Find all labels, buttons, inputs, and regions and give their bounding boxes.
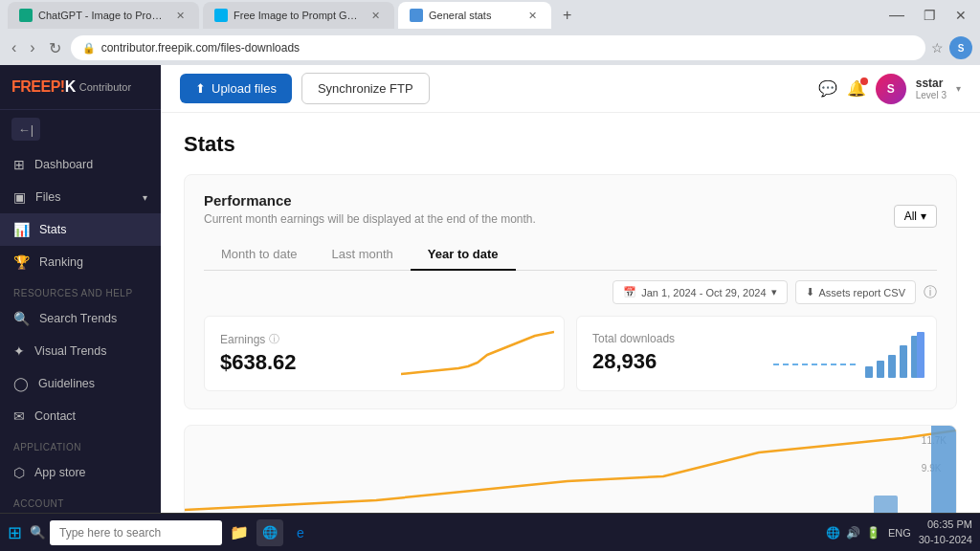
performance-sub: Current month earnings will be displayed… (204, 212, 536, 226)
sidebar-item-files[interactable]: ▣ Files ▾ (0, 181, 161, 213)
notifications-button[interactable]: 🔔 (847, 79, 866, 98)
tab-3[interactable]: General stats ✕ (398, 2, 551, 29)
tab-1[interactable]: ChatGPT - Image to Prompt Co... ✕ (8, 2, 199, 29)
back-button[interactable]: ‹ (8, 37, 20, 58)
address-bar[interactable]: 🔒 contributor.freepik.com/files-download… (71, 35, 925, 60)
taskbar-search-input[interactable] (50, 520, 222, 545)
window-controls: — ❐ ✕ (883, 7, 972, 24)
minimize-button[interactable]: — (883, 7, 910, 24)
performance-section: Performance Current month earnings will … (184, 174, 957, 409)
sidebar-collapse-button[interactable]: ←| (11, 118, 40, 141)
tab-month-to-date[interactable]: Month to date (204, 239, 315, 271)
address-bar-row: ‹ › ↻ 🔒 contributor.freepik.com/files-do… (0, 31, 980, 65)
sidebar-item-dashboard[interactable]: ⊞ Dashboard (0, 148, 161, 181)
browser-profile-icon[interactable]: S (949, 36, 972, 59)
files-arrow-icon: ▾ (143, 192, 147, 203)
user-level: Level 3 (916, 90, 947, 100)
address-text: contributor.freepik.com/files-downloads (101, 41, 914, 55)
contact-icon: ✉ (13, 408, 25, 424)
tab-last-month[interactable]: Last month (315, 239, 411, 271)
battery-icon: 🔋 (866, 526, 880, 540)
title-bar: ChatGPT - Image to Prompt Co... ✕ Free I… (0, 0, 980, 31)
tab-3-close[interactable]: ✕ (524, 10, 540, 22)
clock-time: 06:35 PM (919, 518, 972, 532)
calendar-icon: 📅 (623, 286, 636, 298)
csv-label: Assets report CSV (819, 287, 905, 298)
tab-2-close[interactable]: ✕ (368, 10, 383, 22)
synchronize-ftp-button[interactable]: Synchronize FTP (301, 73, 430, 104)
earnings-info-icon[interactable]: ⓘ (269, 332, 279, 346)
downloads-card: Total downloads 28,936 (576, 316, 937, 391)
downloads-chart-svg (773, 326, 926, 384)
sidebar-nav: ⊞ Dashboard ▣ Files ▾ 📊 Stats 🏆 Ranking … (0, 148, 161, 513)
sidebar-label-files: Files (35, 190, 60, 204)
sidebar-item-ranking[interactable]: 🏆 Ranking (0, 246, 161, 278)
visual-trends-icon: ✦ (13, 343, 25, 359)
sidebar-label-ranking: Ranking (39, 255, 83, 269)
stats-cards: Earnings ⓘ $638.62 Total do (204, 316, 937, 391)
info-button[interactable]: ⓘ (924, 280, 937, 304)
date-range-button[interactable]: 📅 Jan 1, 2024 - Oct 29, 2024 ▾ (612, 280, 787, 304)
logo-text: FREEP!K (11, 78, 76, 96)
browser-chrome: ChatGPT - Image to Prompt Co... ✕ Free I… (0, 0, 980, 65)
section-account: ACCOUNT (0, 489, 161, 513)
volume-icon: 🔊 (846, 526, 860, 540)
stats-icon: 📊 (13, 222, 30, 237)
avatar: S (876, 74, 906, 104)
system-icons: 🌐 🔊 🔋 (826, 526, 880, 540)
svg-rect-8 (874, 496, 898, 513)
sidebar-item-app-store[interactable]: ⬡ App store (0, 456, 161, 489)
date-range-text: Jan 1, 2024 - Oct 29, 2024 (641, 287, 766, 298)
bookmark-button[interactable]: ☆ (931, 40, 944, 55)
lock-icon: 🔒 (82, 42, 96, 55)
svg-rect-7 (931, 425, 957, 513)
start-icon[interactable]: ⊞ (8, 522, 22, 543)
downloads-mini-chart (773, 326, 926, 381)
main-content: ⬆ Upload files Synchronize FTP 💬 🔔 S sst… (161, 65, 980, 513)
sidebar-item-stats[interactable]: 📊 Stats (0, 213, 161, 246)
earnings-chart-svg (401, 326, 554, 384)
file-explorer-icon: 📁 (230, 523, 249, 541)
taskbar-edge[interactable]: e (287, 519, 314, 546)
app-store-icon: ⬡ (13, 465, 25, 480)
tab-1-close[interactable]: ✕ (172, 10, 188, 22)
main-area-chart-svg (185, 425, 957, 513)
taskbar: ⊞ 🔍 📁 🌐 e 🌐 🔊 🔋 ENG 06:35 PM 30-10-2024 (0, 513, 980, 551)
page-title: Stats (184, 132, 957, 157)
chat-button[interactable]: 💬 (818, 79, 837, 98)
section-header-row: Performance Current month earnings will … (204, 192, 937, 239)
tab-year-to-date[interactable]: Year to date (411, 239, 516, 271)
taskbar-file-explorer[interactable]: 📁 (226, 519, 253, 546)
earnings-card: Earnings ⓘ $638.62 (204, 316, 565, 391)
user-name: sstar (916, 77, 947, 90)
guidelines-icon: ◯ (13, 376, 29, 391)
top-right: 💬 🔔 S sstar Level 3 ▾ (818, 74, 961, 104)
dashboard-icon: ⊞ (13, 157, 25, 172)
sidebar-item-search-trends[interactable]: 🔍 Search Trends (0, 302, 161, 335)
tab-month-to-date-label: Month to date (221, 247, 298, 261)
forward-button[interactable]: › (26, 37, 38, 58)
search-button[interactable]: 🔍 (30, 525, 46, 540)
new-tab-button[interactable]: + (555, 3, 579, 28)
csv-export-button[interactable]: ⬇ Assets report CSV (795, 280, 916, 304)
taskbar-clock: 06:35 PM 30-10-2024 (919, 518, 972, 547)
close-window-button[interactable]: ✕ (949, 8, 972, 23)
user-dropdown-icon[interactable]: ▾ (956, 83, 961, 94)
reload-button[interactable]: ↻ (45, 37, 65, 59)
sidebar-item-contact[interactable]: ✉ Contact (0, 400, 161, 432)
sidebar-label-contact: Contact (34, 409, 76, 423)
taskbar-chrome[interactable]: 🌐 (256, 519, 283, 546)
sidebar-item-visual-trends[interactable]: ✦ Visual Trends (0, 335, 161, 367)
tab-year-to-date-label: Year to date (428, 247, 499, 261)
sidebar-label-search-trends: Search Trends (39, 312, 117, 325)
tab-2[interactable]: Free Image to Prompt Genera... ✕ (203, 2, 394, 29)
filter-all-button[interactable]: All ▾ (894, 205, 937, 228)
svg-rect-2 (877, 361, 884, 378)
filter-label: All (904, 209, 917, 223)
sidebar-logo: FREEP!K Contributor (0, 65, 161, 110)
sidebar-item-guidelines[interactable]: ◯ Guidelines (0, 367, 161, 400)
sidebar-label-dashboard: Dashboard (34, 158, 93, 171)
upload-files-button[interactable]: ⬆ Upload files (180, 74, 292, 103)
tab-3-favicon (410, 9, 423, 22)
maximize-button[interactable]: ❐ (918, 8, 942, 23)
